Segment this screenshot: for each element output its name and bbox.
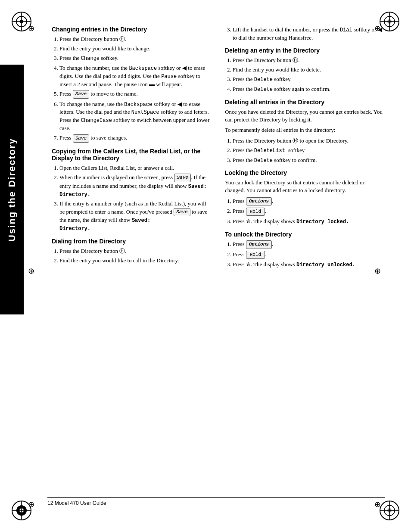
list-item: Find the entry you would like to call in…: [59, 257, 212, 264]
list-item: To change the name, use the Backspace so…: [59, 100, 212, 133]
list-item: Press the Directory button Ⓗ.: [59, 247, 212, 255]
side-tab-label: Using the Directory: [6, 138, 18, 242]
display-text-saved: Saved: Directory.: [59, 184, 207, 198]
section-unlocking: To unlock the Directory Press Options. P…: [225, 231, 385, 269]
list-item: Press the Delete softkey again to confir…: [233, 85, 385, 93]
section-dialing: Dialing from the Directory Press the Dir…: [52, 238, 212, 264]
list-item: Lift the handset to dial the number, or …: [233, 26, 385, 42]
section-deleting-all: Deleting all entries in the Directory On…: [225, 99, 385, 164]
section-changing-entries: Changing entries in the Directory Press …: [52, 26, 212, 143]
unlocking-list: Press Options. Press Hold. Press ✮. The …: [233, 240, 385, 269]
softkey-change: Change: [81, 56, 100, 62]
softkey-changecase: ChangeCase: [81, 118, 112, 124]
list-item: Press Save to save changes.: [59, 134, 212, 143]
btn-options-1: Options: [246, 197, 272, 205]
section-lift-handset: Lift the handset to dial the number, or …: [225, 26, 385, 42]
softkey-delete3: Delete: [254, 158, 273, 164]
list-item: Press the Change softkey.: [59, 54, 212, 62]
section-copying: Copying from the Callers List, the Redia…: [52, 148, 212, 233]
display-directory-locked: Directory locked.: [296, 219, 349, 225]
heading-deleting-entry: Deleting an entry in the Directory: [225, 47, 385, 54]
lift-handset-list: Lift the handset to dial the number, or …: [233, 26, 385, 42]
reg-mark-tr: [374, 24, 383, 32]
right-column: Lift the handset to dial the number, or …: [225, 26, 385, 274]
list-item: Find the entry you would like to delete.: [233, 66, 385, 74]
reg-mark-mr: [374, 266, 383, 275]
section-locking: Locking the Directory You can lock the D…: [225, 169, 385, 226]
list-item: Press the Delete softkey.: [233, 75, 385, 84]
btn-hold-1: Hold: [246, 208, 265, 216]
display-directory-unlocked: Directory unlocked.: [296, 262, 355, 268]
locking-para: You can lock the Directory so that entri…: [225, 179, 385, 194]
list-item: Press the Delete softkey to confirm.: [233, 156, 385, 165]
list-item: Find the entry you would like to change.: [59, 45, 212, 53]
footer-text: 12 Model 470 User Guide: [47, 500, 106, 506]
heading-changing-entries: Changing entries in the Directory: [52, 26, 212, 33]
softkey-pause: Pause: [161, 74, 177, 80]
deleting-all-para2: To permanently delete all entries in the…: [225, 126, 385, 134]
softkey-save-btn2: Save: [73, 134, 89, 143]
reg-mark-tl: [28, 24, 37, 32]
section-deleting-entry: Deleting an entry in the Directory Press…: [225, 47, 385, 93]
main-content: Changing entries in the Directory Press …: [52, 26, 385, 274]
softkey-delete: Delete: [254, 77, 273, 83]
list-item: Press the Directory button Ⓗ to open the…: [233, 137, 385, 145]
heading-locking: Locking the Directory: [225, 169, 385, 176]
heading-unlocking: To unlock the Directory: [225, 231, 385, 238]
list-item: Press Hold.: [233, 251, 385, 259]
softkey-nextspace: NextSpace: [131, 109, 159, 115]
footer: 12 Model 470 User Guide: [47, 497, 385, 506]
list-item: Press the Directory button Ⓗ.: [59, 35, 212, 43]
list-item: If the entry is a number only (such as i…: [59, 200, 212, 232]
list-item: When the number is displayed on the scre…: [59, 174, 212, 198]
deleting-all-list: Press the Directory button Ⓗ to open the…: [233, 137, 385, 165]
softkey-save-btn4: Save: [174, 208, 190, 216]
list-item: Open the Callers List, Redial List, or a…: [59, 164, 212, 172]
reg-mark-bl: [28, 500, 37, 508]
list-item: To change the number, use the Backspace …: [59, 64, 212, 88]
softkey-dial: Dial: [340, 27, 352, 33]
softkey-save-btn3: Save: [174, 174, 190, 182]
dialing-list: Press the Directory button Ⓗ. Find the e…: [59, 247, 212, 264]
softkey-backspace: Backspace: [129, 65, 157, 72]
copying-list: Open the Callers List, Redial List, or a…: [59, 164, 212, 233]
heading-deleting-all: Deleting all entries in the Directory: [225, 99, 385, 106]
list-item: Press Options.: [233, 240, 385, 249]
list-item: Press ✮. The display shows Directory unl…: [233, 261, 385, 269]
list-item: Press Hold.: [233, 207, 385, 216]
left-column: Changing entries in the Directory Press …: [52, 26, 212, 274]
heading-dialing: Dialing from the Directory: [52, 238, 212, 245]
softkey-deletelist: DeleteList: [254, 148, 288, 154]
reg-mark-ml: [28, 266, 37, 275]
softkey-save-btn: Save: [73, 90, 89, 98]
list-item: Press Save to move to the name.: [59, 90, 212, 99]
list-item: Press the Directory button Ⓗ.: [233, 56, 385, 64]
list-item: Press Options.: [233, 197, 385, 206]
locking-list: Press Options. Press Hold. Press ✮. The …: [233, 197, 385, 226]
softkey-backspace2: Backspace: [124, 102, 152, 108]
display-text-saved2: Saved:Directory.: [59, 218, 150, 232]
btn-options-2: Options: [246, 240, 272, 249]
list-item: Press the DeleteList softkey: [233, 146, 385, 155]
deleting-all-para1: Once you have deleted the Directory, you…: [225, 108, 385, 124]
btn-hold-2: Hold: [246, 251, 265, 259]
page: Using the Directory Changing entries in …: [0, 0, 411, 532]
heading-copying: Copying from the Callers List, the Redia…: [52, 148, 212, 162]
changing-entries-list: Press the Directory button Ⓗ. Find the e…: [59, 35, 212, 143]
softkey-delete2: Delete: [254, 87, 273, 93]
list-item: Press ✮. The display shows Directory loc…: [233, 218, 385, 226]
deleting-entry-list: Press the Directory button Ⓗ. Find the e…: [233, 56, 385, 93]
side-tab: Using the Directory: [0, 65, 24, 314]
